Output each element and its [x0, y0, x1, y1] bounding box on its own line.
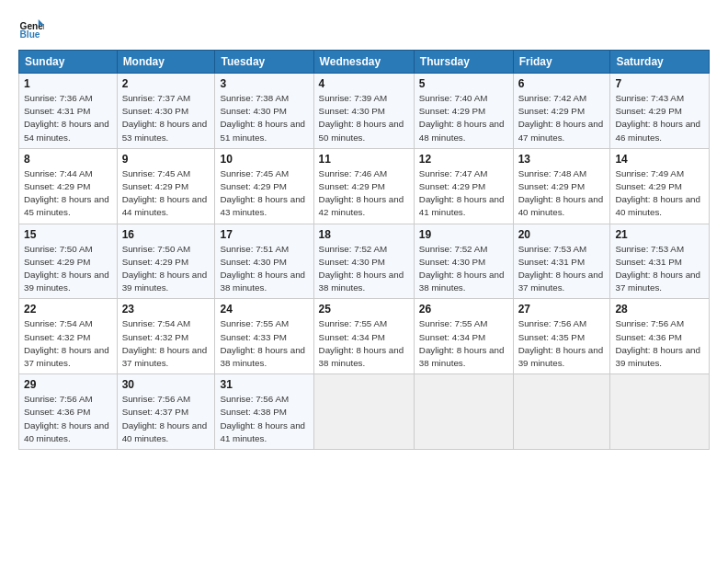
calendar-week-row: 22 Sunrise: 7:54 AM Sunset: 4:32 PM Dayl…: [19, 299, 710, 374]
day-number: 17: [220, 228, 308, 241]
day-info: Sunrise: 7:56 AM Sunset: 4:36 PM Dayligh…: [615, 317, 704, 370]
day-number: 30: [122, 378, 210, 391]
weekday-header: Sunday: [19, 51, 118, 74]
day-number: 15: [24, 228, 112, 241]
day-number: 16: [122, 228, 210, 241]
calendar-cell: 30 Sunrise: 7:56 AM Sunset: 4:37 PM Dayl…: [117, 374, 215, 450]
day-number: 14: [615, 153, 704, 166]
calendar-cell: 3 Sunrise: 7:38 AM Sunset: 4:30 PM Dayli…: [215, 74, 313, 149]
calendar-cell: 9 Sunrise: 7:45 AM Sunset: 4:29 PM Dayli…: [117, 148, 215, 224]
day-number: 9: [122, 153, 210, 166]
calendar-cell: 1 Sunrise: 7:36 AM Sunset: 4:31 PM Dayli…: [19, 74, 118, 149]
calendar-cell: 28 Sunrise: 7:56 AM Sunset: 4:36 PM Dayl…: [610, 299, 710, 374]
calendar-cell: 26 Sunrise: 7:55 AM Sunset: 4:34 PM Dayl…: [414, 299, 513, 374]
calendar-cell: 4 Sunrise: 7:39 AM Sunset: 4:30 PM Dayli…: [313, 74, 414, 149]
calendar-cell: 19 Sunrise: 7:52 AM Sunset: 4:30 PM Dayl…: [414, 224, 513, 299]
day-info: Sunrise: 7:42 AM Sunset: 4:29 PM Dayligh…: [518, 92, 606, 144]
day-number: 1: [24, 77, 112, 90]
calendar-cell: 13 Sunrise: 7:48 AM Sunset: 4:29 PM Dayl…: [513, 148, 610, 224]
calendar-cell: [313, 374, 414, 450]
calendar-week-row: 29 Sunrise: 7:56 AM Sunset: 4:36 PM Dayl…: [19, 374, 710, 450]
calendar-cell: 16 Sunrise: 7:50 AM Sunset: 4:29 PM Dayl…: [117, 224, 215, 299]
weekday-header: Monday: [117, 51, 215, 74]
calendar-page: General Blue SundayMondayTuesdayWednesda…: [0, 0, 728, 563]
svg-text:Blue: Blue: [20, 29, 40, 40]
day-number: 24: [220, 303, 308, 316]
day-number: 6: [518, 77, 606, 90]
calendar-week-row: 8 Sunrise: 7:44 AM Sunset: 4:29 PM Dayli…: [19, 148, 710, 224]
calendar-week-row: 15 Sunrise: 7:50 AM Sunset: 4:29 PM Dayl…: [19, 224, 710, 299]
day-info: Sunrise: 7:37 AM Sunset: 4:30 PM Dayligh…: [122, 92, 210, 144]
day-info: Sunrise: 7:54 AM Sunset: 4:32 PM Dayligh…: [24, 317, 112, 370]
day-info: Sunrise: 7:48 AM Sunset: 4:29 PM Dayligh…: [518, 167, 606, 220]
day-number: 31: [220, 378, 308, 391]
calendar-cell: 15 Sunrise: 7:50 AM Sunset: 4:29 PM Dayl…: [19, 224, 118, 299]
weekday-header: Wednesday: [313, 51, 414, 74]
day-info: Sunrise: 7:51 AM Sunset: 4:30 PM Dayligh…: [220, 243, 308, 295]
day-number: 13: [518, 153, 606, 166]
day-number: 20: [518, 228, 606, 241]
calendar-cell: 29 Sunrise: 7:56 AM Sunset: 4:36 PM Dayl…: [19, 374, 118, 450]
day-info: Sunrise: 7:45 AM Sunset: 4:29 PM Dayligh…: [122, 167, 210, 220]
calendar-cell: 12 Sunrise: 7:47 AM Sunset: 4:29 PM Dayl…: [414, 148, 513, 224]
day-number: 28: [615, 303, 704, 316]
day-number: 29: [24, 378, 112, 391]
calendar-cell: [513, 374, 610, 450]
calendar-cell: 25 Sunrise: 7:55 AM Sunset: 4:34 PM Dayl…: [313, 299, 414, 374]
day-info: Sunrise: 7:49 AM Sunset: 4:29 PM Dayligh…: [615, 167, 704, 220]
day-info: Sunrise: 7:54 AM Sunset: 4:32 PM Dayligh…: [122, 317, 210, 370]
calendar-cell: 8 Sunrise: 7:44 AM Sunset: 4:29 PM Dayli…: [19, 148, 118, 224]
day-number: 8: [24, 153, 112, 166]
day-info: Sunrise: 7:56 AM Sunset: 4:36 PM Dayligh…: [24, 393, 112, 445]
day-info: Sunrise: 7:44 AM Sunset: 4:29 PM Dayligh…: [24, 167, 112, 220]
calendar-cell: 10 Sunrise: 7:45 AM Sunset: 4:29 PM Dayl…: [215, 148, 313, 224]
day-info: Sunrise: 7:50 AM Sunset: 4:29 PM Dayligh…: [122, 243, 210, 295]
page-header: General Blue: [18, 17, 710, 42]
day-info: Sunrise: 7:56 AM Sunset: 4:37 PM Dayligh…: [122, 393, 210, 445]
calendar-cell: 20 Sunrise: 7:53 AM Sunset: 4:31 PM Dayl…: [513, 224, 610, 299]
calendar-cell: 17 Sunrise: 7:51 AM Sunset: 4:30 PM Dayl…: [215, 224, 313, 299]
weekday-header: Saturday: [610, 51, 710, 74]
day-info: Sunrise: 7:43 AM Sunset: 4:29 PM Dayligh…: [615, 92, 704, 144]
day-number: 12: [419, 153, 508, 166]
weekday-header: Friday: [513, 51, 610, 74]
calendar-cell: 11 Sunrise: 7:46 AM Sunset: 4:29 PM Dayl…: [313, 148, 414, 224]
day-info: Sunrise: 7:55 AM Sunset: 4:34 PM Dayligh…: [419, 317, 508, 370]
day-info: Sunrise: 7:55 AM Sunset: 4:33 PM Dayligh…: [220, 317, 308, 370]
day-info: Sunrise: 7:52 AM Sunset: 4:30 PM Dayligh…: [419, 243, 508, 295]
calendar-cell: 6 Sunrise: 7:42 AM Sunset: 4:29 PM Dayli…: [513, 74, 610, 149]
day-number: 26: [419, 303, 508, 316]
day-number: 7: [615, 77, 704, 90]
day-info: Sunrise: 7:47 AM Sunset: 4:29 PM Dayligh…: [419, 167, 508, 220]
day-number: 22: [24, 303, 112, 316]
day-number: 19: [419, 228, 508, 241]
weekday-header-row: SundayMondayTuesdayWednesdayThursdayFrid…: [19, 51, 710, 74]
day-info: Sunrise: 7:52 AM Sunset: 4:30 PM Dayligh…: [319, 243, 409, 295]
calendar-cell: 23 Sunrise: 7:54 AM Sunset: 4:32 PM Dayl…: [117, 299, 215, 374]
day-number: 10: [220, 153, 308, 166]
calendar-table: SundayMondayTuesdayWednesdayThursdayFrid…: [18, 50, 710, 450]
calendar-cell: [610, 374, 710, 450]
calendar-cell: 18 Sunrise: 7:52 AM Sunset: 4:30 PM Dayl…: [313, 224, 414, 299]
day-info: Sunrise: 7:45 AM Sunset: 4:29 PM Dayligh…: [220, 167, 308, 220]
calendar-week-row: 1 Sunrise: 7:36 AM Sunset: 4:31 PM Dayli…: [19, 74, 710, 149]
weekday-header: Thursday: [414, 51, 513, 74]
day-info: Sunrise: 7:56 AM Sunset: 4:38 PM Dayligh…: [220, 393, 308, 445]
calendar-cell: 31 Sunrise: 7:56 AM Sunset: 4:38 PM Dayl…: [215, 374, 313, 450]
day-info: Sunrise: 7:39 AM Sunset: 4:30 PM Dayligh…: [319, 92, 409, 144]
day-info: Sunrise: 7:36 AM Sunset: 4:31 PM Dayligh…: [24, 92, 112, 144]
calendar-cell: 27 Sunrise: 7:56 AM Sunset: 4:35 PM Dayl…: [513, 299, 610, 374]
calendar-cell: 7 Sunrise: 7:43 AM Sunset: 4:29 PM Dayli…: [610, 74, 710, 149]
day-info: Sunrise: 7:38 AM Sunset: 4:30 PM Dayligh…: [220, 92, 308, 144]
day-number: 23: [122, 303, 210, 316]
day-number: 5: [419, 77, 508, 90]
logo-icon: General Blue: [18, 17, 44, 42]
day-info: Sunrise: 7:55 AM Sunset: 4:34 PM Dayligh…: [319, 317, 409, 370]
calendar-cell: 21 Sunrise: 7:53 AM Sunset: 4:31 PM Dayl…: [610, 224, 710, 299]
day-number: 3: [220, 77, 308, 90]
day-number: 2: [122, 77, 210, 90]
calendar-cell: 24 Sunrise: 7:55 AM Sunset: 4:33 PM Dayl…: [215, 299, 313, 374]
day-number: 25: [319, 303, 409, 316]
day-number: 27: [518, 303, 606, 316]
weekday-header: Tuesday: [215, 51, 313, 74]
